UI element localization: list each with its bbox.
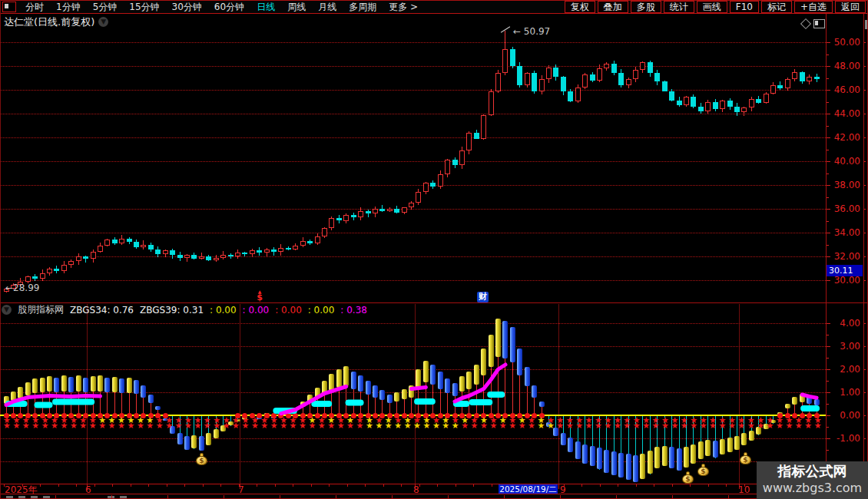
signal-star: ★ xyxy=(175,421,183,430)
signal-star: ★ xyxy=(290,421,297,430)
candle-up xyxy=(61,265,67,271)
action-menu: 复权叠加多股统计画线F10标记+自选返回 xyxy=(565,1,868,13)
signal-star: ★ xyxy=(242,421,250,430)
candle-up xyxy=(199,256,204,259)
dollar-icon: $ xyxy=(254,294,265,301)
signal-star: ★ xyxy=(89,421,97,430)
toolbar-action-返回[interactable]: 返回 xyxy=(835,1,866,13)
panel-toggle-icon[interactable] xyxy=(2,2,16,12)
x-axis-tick xyxy=(672,484,673,487)
toolbar-period-周线[interactable]: 周线 xyxy=(281,1,312,13)
x-axis-tick xyxy=(726,484,727,487)
candle-up xyxy=(264,250,270,253)
candle-up xyxy=(250,250,255,254)
candle-down xyxy=(351,215,356,217)
signal-star: ★ xyxy=(223,421,230,430)
magenta-trend-line xyxy=(412,387,426,388)
candle-up xyxy=(546,68,552,80)
chevron-down-icon[interactable]: ▼ xyxy=(98,17,108,27)
x-axis-tick xyxy=(293,484,293,487)
signal-star: ★ xyxy=(575,421,583,430)
toolbar-period-5分钟[interactable]: 5分钟 xyxy=(87,1,124,13)
x-axis-tick xyxy=(437,484,438,487)
price-label: 38.00 xyxy=(827,180,860,190)
signal-star: ★ xyxy=(108,421,116,430)
axis-minor-tick xyxy=(827,335,829,335)
x-axis-label: 7 xyxy=(238,485,244,494)
toolbar-action-画线[interactable]: 画线 xyxy=(697,1,727,13)
signal-star: ★ xyxy=(232,421,240,430)
toolbar-period-更多 >[interactable]: 更多 > xyxy=(383,1,424,13)
price-label: 40.00 xyxy=(827,156,860,167)
signal-star: ★ xyxy=(204,421,211,430)
toolbar-action-多股[interactable]: 多股 xyxy=(631,1,661,13)
candle-up xyxy=(423,183,429,192)
signal-star: ★ xyxy=(308,421,316,430)
signal-star: ★ xyxy=(70,421,78,430)
x-axis-tick xyxy=(690,484,691,487)
x-axis-tick xyxy=(220,484,221,487)
chevron-down-icon[interactable]: ▼ xyxy=(2,305,12,315)
axis-minor-tick xyxy=(827,55,829,55)
candle-down xyxy=(155,250,161,254)
selected-date-badge: 2025/08/19/二 xyxy=(499,484,558,494)
candle-up xyxy=(163,250,168,254)
signal-star: ★ xyxy=(614,421,621,430)
candle-up xyxy=(278,248,283,252)
toolbar-action-标记[interactable]: 标记 xyxy=(761,1,792,13)
price-label: 30.00 xyxy=(827,275,860,286)
x-axis-tick xyxy=(618,484,618,487)
candle-up xyxy=(633,70,638,79)
x-axis-tick xyxy=(58,484,59,487)
toolbar-period-日线[interactable]: 日线 xyxy=(250,1,281,13)
indicator-value: : 0.38 xyxy=(340,305,367,316)
candle-up xyxy=(98,246,103,252)
toolbar-action-叠加[interactable]: 叠加 xyxy=(598,1,628,13)
money-bag-icon: $ xyxy=(697,464,709,476)
toolbar-period-分时[interactable]: 分时 xyxy=(19,1,50,13)
x-axis-tick xyxy=(456,484,456,487)
toolbar-period-1分钟[interactable]: 1分钟 xyxy=(50,1,87,13)
toolbar-action-F10[interactable]: F10 xyxy=(730,1,759,13)
toolbar-period-15分钟[interactable]: 15分钟 xyxy=(123,1,165,13)
candle-down xyxy=(618,73,624,85)
candle-down xyxy=(553,68,558,77)
axis-minor-tick xyxy=(827,150,829,150)
toolbar-period-30分钟[interactable]: 30分钟 xyxy=(166,1,208,13)
watermark-url: www.zbgs3.com xyxy=(757,481,868,496)
signal-star: ★ xyxy=(661,421,669,430)
candle-down xyxy=(532,73,537,91)
candle-up xyxy=(91,252,96,259)
x-axis-tick xyxy=(473,484,474,487)
toolbar-action-复权[interactable]: 复权 xyxy=(565,1,595,13)
toolbar-action-统计[interactable]: 统计 xyxy=(664,1,694,13)
candle-down xyxy=(112,240,118,243)
candle-up xyxy=(705,102,711,111)
price-label: 32.00 xyxy=(827,251,860,262)
x-axis-label: 8 xyxy=(413,485,419,494)
signal-star: ★ xyxy=(337,421,345,430)
gridline xyxy=(0,66,826,67)
candle-down xyxy=(170,250,175,255)
candle-up xyxy=(684,97,689,105)
candle-up xyxy=(807,77,812,81)
toolbar-action-+自选[interactable]: +自选 xyxy=(794,1,833,13)
toolbar-period-60分钟[interactable]: 60分钟 xyxy=(208,1,250,13)
candle-down xyxy=(148,245,154,250)
signal-star: ★ xyxy=(165,421,173,430)
candle-down xyxy=(336,218,342,220)
signal-star: ★ xyxy=(251,421,259,430)
x-axis-label: 2025年 xyxy=(5,485,38,494)
toolbar-period-多周期[interactable]: 多周期 xyxy=(343,1,383,13)
price-label: 50.00 xyxy=(827,37,860,48)
toolbar-period-月线[interactable]: 月线 xyxy=(312,1,343,13)
signal-star: ★ xyxy=(547,421,555,430)
candle-up xyxy=(792,72,797,79)
diamond-icon[interactable] xyxy=(800,18,811,29)
candle-up xyxy=(119,239,124,243)
split-panel-icon[interactable] xyxy=(813,19,825,28)
indicator-value: : 0.00 xyxy=(275,305,302,316)
signal-star: ★ xyxy=(12,421,20,430)
signal-star: ★ xyxy=(260,421,268,430)
axis-minor-tick xyxy=(827,427,829,428)
